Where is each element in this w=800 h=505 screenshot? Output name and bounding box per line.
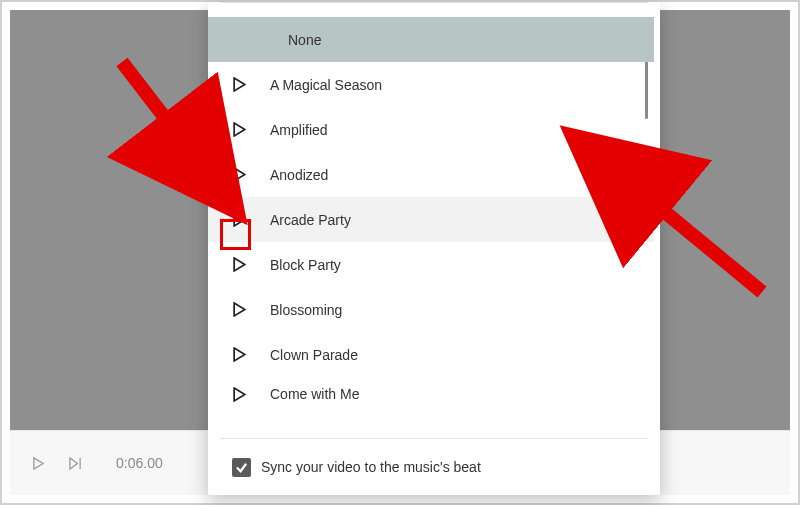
play-preview-icon[interactable] (233, 212, 246, 227)
music-item-label: Come with Me (270, 386, 359, 402)
sync-label: Sync your video to the music's beat (261, 459, 481, 475)
play-button[interactable] (32, 457, 45, 470)
music-list[interactable]: None A Magical Season Amplified Anodized… (208, 17, 660, 411)
music-item-label: Arcade Party (270, 212, 351, 228)
app-window: 0:06.00 None A Magical Season Amplified … (0, 0, 800, 505)
step-forward-button[interactable] (69, 457, 82, 470)
music-item-label: Block Party (270, 257, 341, 273)
music-item[interactable]: Amplified (208, 107, 654, 152)
music-item-none[interactable]: None (208, 17, 654, 62)
music-item[interactable]: Anodized (208, 152, 654, 197)
music-item[interactable]: Blossoming (208, 287, 654, 332)
play-preview-icon[interactable] (233, 77, 246, 92)
music-item-label: Clown Parade (270, 347, 358, 363)
sync-checkbox[interactable] (232, 458, 251, 477)
play-preview-icon[interactable] (233, 387, 246, 402)
music-item-label: A Magical Season (270, 77, 382, 93)
music-item-label: Amplified (270, 122, 328, 138)
music-panel: None A Magical Season Amplified Anodized… (208, 2, 660, 495)
play-preview-icon[interactable] (233, 302, 246, 317)
music-item-highlighted[interactable]: Arcade Party (208, 197, 654, 242)
music-item-label: None (208, 32, 321, 48)
play-preview-icon[interactable] (233, 347, 246, 362)
music-item[interactable]: A Magical Season (208, 62, 654, 107)
panel-divider (220, 2, 648, 17)
music-item-label: Blossoming (270, 302, 342, 318)
music-item-label: Anodized (270, 167, 328, 183)
play-preview-icon[interactable] (233, 257, 246, 272)
music-item[interactable]: Clown Parade (208, 332, 654, 377)
timecode: 0:06.00 (116, 455, 163, 471)
music-item[interactable]: Block Party (208, 242, 654, 287)
music-item[interactable]: Come with Me (208, 377, 654, 411)
panel-footer: Sync your video to the music's beat (220, 438, 648, 495)
play-preview-icon[interactable] (233, 167, 246, 182)
play-preview-icon[interactable] (233, 122, 246, 137)
